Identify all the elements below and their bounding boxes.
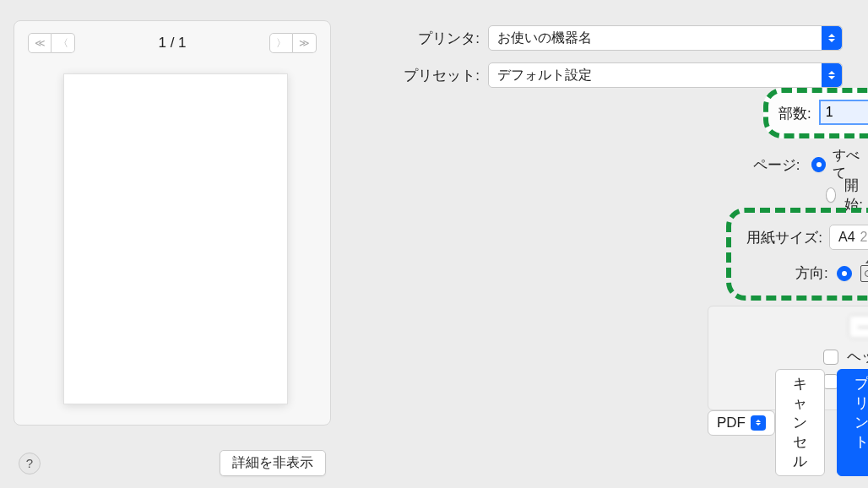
- pdf-button[interactable]: PDF: [708, 410, 775, 436]
- preview-inner: ≪ 〈 1 / 1 〉 ≫: [14, 20, 331, 426]
- preview-pane: ≪ 〈 1 / 1 〉 ≫ ? 詳細を非表示: [0, 0, 344, 488]
- preset-popup[interactable]: デフォルト設定: [488, 62, 843, 88]
- paper-size-popup[interactable]: A4 210 x 297 mm: [829, 225, 868, 250]
- cancel-button[interactable]: キャンセル: [775, 369, 825, 476]
- preview-bottom-bar: ? 詳細を非表示: [0, 450, 344, 476]
- paper-size-value: A4: [838, 230, 855, 245]
- pager-next-group: 〉 ≫: [269, 33, 317, 53]
- page-indicator: 1 / 1: [158, 35, 186, 52]
- orientation-label: 方向:: [795, 263, 828, 283]
- dropdown-icon: [822, 26, 842, 50]
- print-button[interactable]: プリント: [837, 369, 868, 476]
- form-pane: プリンタ: お使いの機器名 プリセット: デフォルト設定 部数:: [344, 0, 868, 488]
- print-dialog: ≪ 〈 1 / 1 〉 ≫ ? 詳細を非表示 プリンタ: お使いの機器名: [0, 0, 868, 488]
- copies-label: 部数:: [778, 104, 811, 123]
- header-footer-checkbox[interactable]: [823, 350, 838, 365]
- orientation-row: 方向: 縦 横: [741, 263, 868, 283]
- printer-popup[interactable]: お使いの機器名: [488, 25, 843, 51]
- last-page-button[interactable]: ≫: [293, 33, 317, 53]
- help-button[interactable]: ?: [19, 453, 41, 474]
- options-popup-value: ————: [858, 319, 868, 334]
- pages-range-radio[interactable]: [826, 187, 836, 203]
- options-popup[interactable]: ————: [849, 315, 868, 339]
- paper-size-row: 用紙サイズ: A4 210 x 297 mm: [741, 225, 868, 250]
- paper-size-dimensions: 210 x 297 mm: [860, 230, 868, 245]
- prev-page-button[interactable]: 〈: [52, 33, 75, 53]
- pdf-label: PDF: [717, 415, 746, 431]
- printer-value: お使いの機器名: [497, 30, 592, 47]
- action-buttons: キャンセル プリント: [775, 369, 868, 476]
- printer-label: プリンタ:: [370, 29, 488, 48]
- header-footer-row: ヘッダとフッタをプリント: [823, 347, 868, 366]
- copies-input[interactable]: [820, 100, 868, 124]
- pager-prev-group: ≪ 〈: [28, 33, 75, 53]
- first-page-button[interactable]: ≪: [28, 33, 52, 53]
- pager-row: ≪ 〈 1 / 1 〉 ≫: [14, 21, 330, 62]
- options-header: ————: [722, 315, 868, 339]
- page-thumbnail: [63, 73, 288, 404]
- preset-row: プリセット: デフォルト設定: [370, 62, 843, 88]
- orientation-portrait-radio[interactable]: [837, 266, 852, 281]
- paper-highlight: 用紙サイズ: A4 210 x 297 mm 方向: 縦 横: [726, 208, 868, 301]
- copies-highlight: 部数: ˄ ˅: [763, 88, 868, 138]
- dropdown-icon: [822, 63, 842, 87]
- header-footer-label: ヘッダとフッタをプリント: [847, 347, 868, 366]
- pages-all-radio[interactable]: [811, 157, 825, 172]
- preset-value: デフォルト設定: [497, 67, 592, 84]
- paper-size-label: 用紙サイズ:: [741, 228, 829, 247]
- pages-label: ページ:: [708, 155, 805, 175]
- hide-details-button[interactable]: 詳細を非表示: [220, 450, 326, 476]
- dropdown-icon: [751, 415, 766, 431]
- copies-stepper: ˄ ˅: [820, 100, 868, 126]
- next-page-button[interactable]: 〉: [269, 33, 293, 53]
- printer-row: プリンタ: お使いの機器名: [370, 25, 843, 51]
- bottom-bar: PDF キャンセル プリント: [708, 369, 843, 476]
- preset-label: プリセット:: [370, 66, 488, 85]
- portrait-icon: [860, 265, 868, 282]
